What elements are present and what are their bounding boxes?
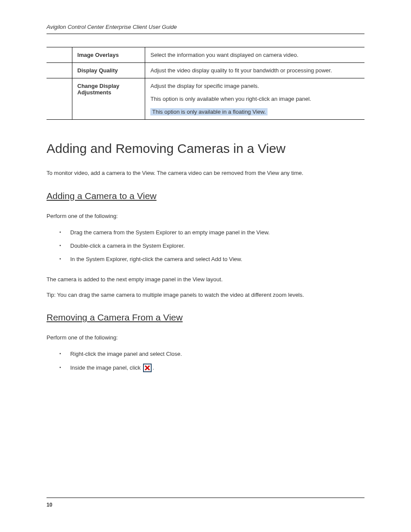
list-item: Inside the image panel, click . [59, 363, 364, 373]
page-number: 10 [47, 502, 52, 508]
options-table: Image Overlays Select the information yo… [47, 47, 364, 120]
table-cell-label: Change Display Adjustments [72, 78, 145, 120]
table-cell-label: Image Overlays [72, 47, 145, 63]
list-item: In the System Explorer, right-click the … [59, 254, 364, 264]
table-cell-label: Display Quality [72, 63, 145, 78]
table-cell-highlight: This option is only available in a float… [150, 108, 268, 115]
table-cell [47, 78, 72, 120]
sub1-intro: Perform one of the following: [47, 212, 364, 221]
sub-heading-add: Adding a Camera to a View [47, 191, 364, 201]
page-footer: 10 [47, 498, 364, 508]
sub1-tip: Tip: You can drag the same camera to mul… [47, 291, 364, 300]
table-cell-desc: Adjust the video display quality to fit … [145, 63, 364, 78]
list-item: Right-click the image panel and select C… [59, 349, 364, 359]
table-cell [47, 47, 72, 63]
list-item-suffix: . [153, 364, 154, 371]
close-icon [143, 364, 152, 372]
table-row: Change Display Adjustments Adjust the di… [47, 78, 364, 120]
list-item-text: Inside the image panel, click [70, 364, 142, 371]
page-header: Avigilon Control Center Enterprise Clien… [47, 24, 364, 34]
sub1-footer1: The camera is added to the next empty im… [47, 275, 364, 284]
sub-heading-remove: Removing a Camera From a View [47, 312, 364, 323]
table-cell-text2: This option is only available when you r… [150, 96, 359, 102]
table-cell [47, 63, 72, 78]
list-item: Double-click a camera in the System Expl… [59, 241, 364, 251]
table-cell-desc: Adjust the display for specific image pa… [145, 78, 364, 120]
list-item: Drag the camera from the System Explorer… [59, 227, 364, 237]
table-row: Image Overlays Select the information yo… [47, 47, 364, 63]
main-heading: Adding and Removing Cameras in a View [47, 141, 364, 156]
intro-paragraph: To monitor video, add a camera to the Vi… [47, 169, 364, 178]
table-cell-desc: Select the information you want displaye… [145, 47, 364, 63]
add-camera-list: Drag the camera from the System Explorer… [47, 227, 364, 264]
sub2-intro: Perform one of the following: [47, 333, 364, 342]
remove-camera-list: Right-click the image panel and select C… [47, 349, 364, 373]
table-row: Display Quality Adjust the video display… [47, 63, 364, 78]
header-title: Avigilon Control Center Enterprise Clien… [47, 24, 177, 30]
table-cell-text1: Adjust the display for specific image pa… [150, 83, 359, 89]
